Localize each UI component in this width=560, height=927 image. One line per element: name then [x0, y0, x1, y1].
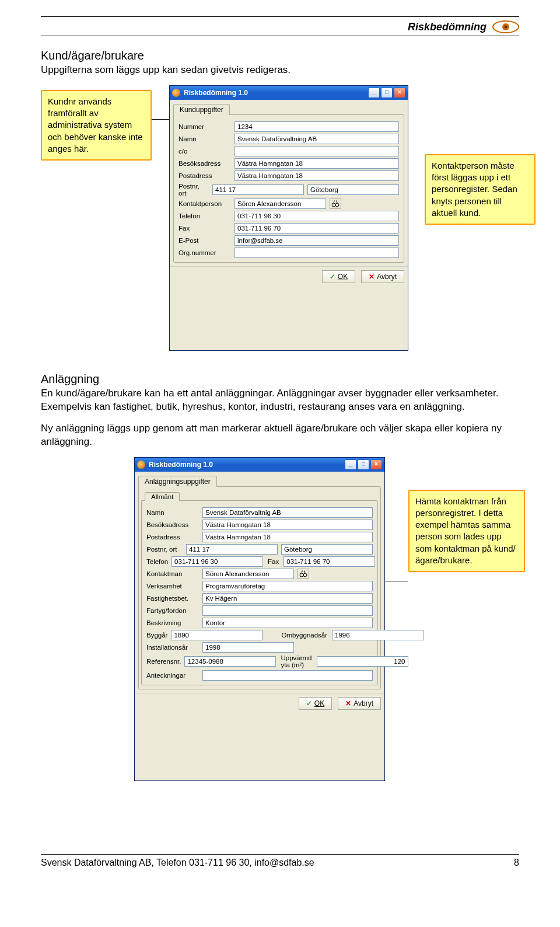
callout-kontaktman: Hämta kontaktman från personregistret. I…: [408, 490, 525, 573]
window-title: Riskbedömning 1.0: [184, 89, 365, 97]
section1-title: Kund/ägare/brukare: [41, 49, 519, 62]
label-post: Postadress: [146, 534, 199, 541]
kontakt-field[interactable]: [235, 198, 326, 209]
co-field[interactable]: [235, 146, 399, 156]
beskrivning-field[interactable]: [202, 618, 373, 628]
window-titlebar[interactable]: Riskbedömning 1.0 _ □ ×: [170, 86, 408, 100]
page-number: 8: [514, 858, 519, 868]
label-postnr: Postnr, ort: [178, 183, 209, 197]
section2-p1: En kund/ägare/brukare kan ha ett antal a…: [41, 387, 519, 414]
window-titlebar[interactable]: Riskbedömning 1.0 _ □ ×: [135, 458, 384, 472]
window-kunduppgifter: Riskbedömning 1.0 _ □ × Kunduppgifter Nu…: [169, 85, 408, 351]
verksamhet-field[interactable]: [202, 581, 373, 591]
label-fastb: Fastighetsbet.: [146, 595, 199, 602]
section2-p2: Ny anläggning läggs upp genom att man ma…: [41, 422, 519, 449]
callout-kontaktperson: Kontaktperson måste först läggas upp i e…: [425, 154, 536, 225]
fastighetsbet-field[interactable]: [202, 593, 373, 604]
nummer-field[interactable]: [235, 121, 399, 132]
binoculars-icon[interactable]: [298, 569, 309, 579]
fartyg-field[interactable]: [202, 605, 373, 616]
orgnr-field[interactable]: [235, 248, 399, 258]
section1-intro: Uppgifterna som läggs upp kan sedan give…: [41, 64, 519, 77]
label-verks: Verksamhet: [146, 583, 199, 590]
cancel-button[interactable]: ✕Avbryt: [338, 697, 381, 710]
install-field[interactable]: [202, 642, 294, 653]
label-fax: Fax: [267, 558, 280, 565]
maximize-button[interactable]: □: [358, 459, 369, 470]
maximize-button[interactable]: □: [381, 88, 393, 98]
label-telefon: Telefon: [178, 212, 231, 219]
label-fax: Fax: [178, 225, 231, 232]
check-icon: ✓: [306, 699, 312, 708]
kontaktman-field[interactable]: [202, 569, 294, 579]
byggar-field[interactable]: [171, 630, 262, 640]
callout-kundnr: Kundnr används framförallt av administra…: [41, 90, 152, 161]
label-telefon: Telefon: [146, 558, 168, 565]
label-uppvarmd: Uppvärmd yta (m²): [279, 654, 313, 668]
label-post: Postadress: [178, 172, 231, 179]
ort-field[interactable]: [281, 544, 373, 555]
page-header-title: Riskbedömning: [408, 21, 487, 33]
svg-point-6: [303, 573, 307, 577]
label-byggar: Byggår: [146, 632, 167, 639]
namn-field[interactable]: [202, 507, 373, 518]
app-icon: [172, 89, 180, 97]
footer-text: Svensk Dataförvaltning AB, Telefon 031-7…: [41, 858, 314, 868]
ok-button[interactable]: ✓OK: [322, 270, 355, 283]
label-namn: Namn: [146, 509, 199, 516]
refnr-field[interactable]: [184, 656, 276, 667]
label-ombyggnad: Ombyggnadsår: [280, 632, 328, 639]
section2-title: Anläggning: [41, 372, 519, 386]
tab-anlaggning[interactable]: Anläggningsuppgifter: [138, 476, 217, 487]
ombyggnad-field[interactable]: [332, 630, 424, 640]
post-field[interactable]: [235, 170, 399, 181]
svg-point-3: [332, 203, 335, 207]
label-kontakt: Kontaktperson: [178, 200, 231, 207]
namn-field[interactable]: [235, 134, 399, 144]
window-anlaggning: Riskbedömning 1.0 _ □ × Anläggningsuppgi…: [134, 457, 385, 781]
ort-field[interactable]: [307, 184, 399, 195]
label-beskr: Beskrivning: [146, 619, 199, 626]
minimize-button[interactable]: _: [345, 459, 356, 470]
check-icon: ✓: [330, 273, 335, 281]
fax-field[interactable]: [235, 223, 399, 234]
minimize-button[interactable]: _: [368, 88, 380, 98]
uppvarmd-field[interactable]: [317, 656, 408, 667]
label-refnr: Referensnr.: [146, 658, 181, 665]
telefon-field[interactable]: [235, 211, 399, 221]
label-nummer: Nummer: [178, 123, 231, 130]
anteck-field[interactable]: [202, 670, 373, 681]
label-anteck: Anteckningar: [146, 672, 199, 679]
besok-field[interactable]: [202, 520, 373, 530]
label-install: Installationsår: [146, 644, 199, 651]
post-field[interactable]: [202, 532, 373, 542]
label-co: c/o: [178, 148, 231, 155]
telefon-field[interactable]: [172, 556, 263, 567]
close-button[interactable]: ×: [394, 88, 405, 98]
besok-field[interactable]: [235, 158, 399, 169]
postnr-field[interactable]: [212, 184, 304, 195]
epost-field[interactable]: [235, 235, 399, 246]
svg-point-2: [505, 26, 508, 29]
subtab-allmant[interactable]: Allmänt: [145, 492, 180, 501]
close-button[interactable]: ×: [370, 459, 382, 470]
window-title: Riskbedömning 1.0: [149, 461, 341, 469]
label-besok: Besöksadress: [146, 521, 199, 528]
logo-eye-icon: [492, 20, 519, 33]
svg-point-4: [335, 203, 339, 207]
binoculars-icon[interactable]: [330, 198, 341, 209]
faxnr-field[interactable]: [284, 556, 375, 567]
postnr-field[interactable]: [186, 544, 278, 555]
label-besok: Besöksadress: [178, 160, 231, 167]
label-orgnr: Org.nummer: [178, 249, 231, 256]
ok-button[interactable]: ✓OK: [299, 697, 332, 710]
label-epost: E-Post: [178, 237, 231, 244]
svg-point-5: [300, 573, 303, 577]
label-fartyg: Fartyg/fordon: [146, 607, 199, 614]
tab-kunduppgifter[interactable]: Kunduppgifter: [173, 104, 230, 115]
form-panel-inner: Namn Besöksadress Postadress Postnr, ort: [141, 500, 378, 685]
form-panel: Nummer Namn c/o Besöksadress Postadress: [173, 114, 404, 263]
cross-icon: ✕: [345, 699, 351, 708]
cancel-button[interactable]: ✕Avbryt: [361, 270, 404, 283]
app-icon: [137, 461, 145, 469]
